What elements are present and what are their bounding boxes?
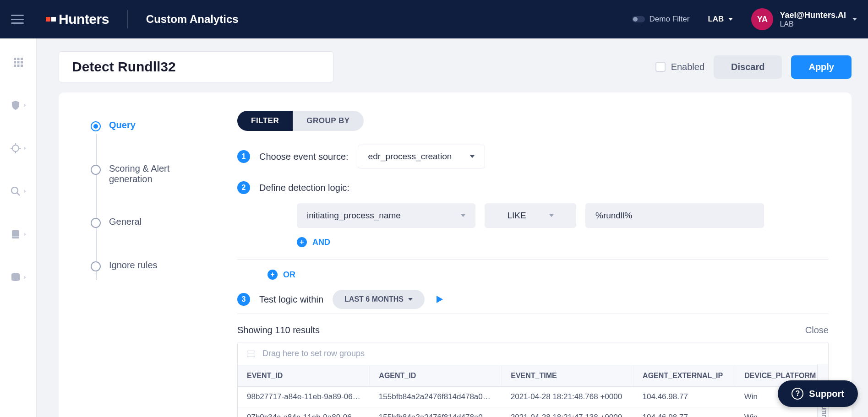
user-name: Yael@Hunters.Ai (780, 11, 846, 20)
cell-agent-id: 155bfb84a2a2476f814d478a00… (370, 387, 502, 407)
step-label: Ignore rules (109, 260, 158, 271)
step-query[interactable]: Query (91, 120, 205, 131)
environment-select[interactable]: LAB (708, 15, 733, 24)
stepper: Query Scoring & Alert generation General… (59, 92, 219, 417)
help-icon: ? (792, 388, 803, 400)
event-source-value: edr_process_creation (368, 152, 452, 162)
add-or-button[interactable]: + OR (267, 270, 829, 280)
user-env: LAB (780, 20, 846, 28)
svg-rect-6 (14, 65, 16, 67)
sidebar-item-book[interactable] (10, 229, 26, 240)
demo-filter-toggle[interactable]: Demo Filter (632, 15, 690, 24)
user-menu[interactable]: YA Yael@Hunters.Ai LAB (751, 8, 857, 30)
apply-button[interactable]: Apply (791, 55, 852, 79)
step-ignore-rules[interactable]: Ignore rules (91, 260, 205, 271)
svg-line-15 (17, 193, 20, 195)
analytic-title-input[interactable]: Detect Rundll32 (59, 51, 333, 82)
or-label: OR (283, 270, 295, 280)
step-connector (96, 134, 97, 280)
section-test-logic: 3 Test logic within LAST 6 MONTHS (237, 290, 829, 309)
sidebar-item-apps[interactable] (13, 57, 24, 68)
column-header[interactable]: EVENT_TIME (502, 365, 633, 387)
svg-rect-17 (12, 236, 19, 237)
column-header[interactable]: EVENT_ID (238, 365, 370, 387)
sidebar-item-shield[interactable] (10, 100, 26, 111)
logic-value-input[interactable]: %rundll% (585, 203, 764, 228)
close-results-button[interactable]: Close (805, 325, 829, 336)
sidebar-item-target[interactable] (10, 143, 26, 154)
sidebar-item-database[interactable] (10, 272, 26, 283)
svg-rect-4 (17, 61, 19, 64)
step-number-badge: 1 (237, 150, 250, 163)
step-scoring[interactable]: Scoring & Alert generation (91, 163, 205, 184)
avatar: YA (751, 8, 773, 30)
tab-filter[interactable]: FILTER (237, 111, 293, 131)
svg-rect-5 (21, 61, 23, 64)
step-general[interactable]: General (91, 217, 205, 228)
cell-event-time: 2021-04-28 18:21:47.138 +0000 (502, 407, 633, 417)
column-header[interactable]: AGENT_EXTERNAL_IP (633, 365, 735, 387)
column-header[interactable]: AGENT_ID (370, 365, 502, 387)
enabled-label: Enabled (671, 62, 704, 72)
hamburger-menu-icon[interactable] (11, 15, 24, 24)
table-row[interactable]: 97b9c34c-a84e-11eb-9a89-069… 155bfb84a2a… (238, 407, 828, 417)
segmented-control: FILTER GROUP BY (237, 111, 364, 131)
logic-value: %rundll% (595, 211, 632, 221)
support-button[interactable]: ? Support (778, 380, 858, 407)
play-button[interactable] (434, 294, 445, 305)
section-label: Test logic within (259, 294, 323, 305)
svg-rect-7 (17, 65, 19, 67)
caret-right-icon (24, 190, 26, 193)
cell-external-ip: 104.46.98.77 (633, 387, 735, 407)
chevron-down-icon (408, 298, 413, 301)
step-label: Query (109, 120, 136, 130)
discard-button[interactable]: Discard (714, 55, 782, 79)
divider (237, 314, 829, 314)
demo-filter-label: Demo Filter (650, 15, 690, 24)
table-row[interactable]: 98b27717-a84e-11eb-9a89-06… 155bfb84a2a2… (238, 387, 828, 407)
svg-rect-2 (21, 58, 23, 60)
add-and-button[interactable]: + AND (297, 237, 829, 247)
logo-mark-1 (46, 17, 50, 22)
query-editor: FILTER GROUP BY 1 Choose event source: e… (219, 92, 852, 417)
logic-field-value: initiating_process_name (307, 211, 401, 221)
section-label: Define detection logic: (259, 183, 349, 193)
enabled-checkbox[interactable]: Enabled (655, 62, 704, 72)
section-detection-logic: 2 Define detection logic: (237, 181, 829, 194)
cell-external-ip: 104.46.98.77 (633, 407, 735, 417)
plus-icon: + (297, 237, 307, 247)
drag-hint-label: Drag here to set row groups (262, 349, 365, 358)
time-range-select[interactable]: LAST 6 MONTHS (333, 290, 425, 309)
row-group-drop-zone[interactable]: Drag here to set row groups (238, 342, 828, 365)
search-icon (10, 186, 21, 197)
page-title: Custom Analytics (146, 13, 239, 26)
svg-rect-8 (21, 65, 23, 67)
event-source-select[interactable]: edr_process_creation (358, 145, 486, 168)
support-label: Support (809, 389, 844, 399)
main: Detect Rundll32 Enabled Discard Apply Qu… (37, 38, 868, 417)
radio-icon (91, 218, 101, 228)
logo[interactable]: Hunters (46, 11, 109, 27)
radio-active-icon (91, 121, 101, 131)
toggle-icon (632, 16, 645, 22)
radio-icon (91, 165, 101, 175)
sidebar (0, 38, 37, 417)
caret-right-icon (24, 103, 26, 107)
svg-rect-3 (14, 61, 16, 64)
shield-icon (10, 100, 21, 111)
sidebar-item-search[interactable] (10, 186, 26, 197)
svg-rect-16 (12, 230, 19, 238)
results-count: Showing 110 results (237, 325, 320, 336)
radio-icon (91, 261, 101, 271)
database-icon (10, 272, 21, 283)
logic-field-select[interactable]: initiating_process_name (297, 203, 475, 228)
svg-rect-0 (14, 58, 16, 60)
logic-operator-select[interactable]: LIKE (485, 203, 576, 228)
cell-agent-id: 155bfb84a2a2476f814d478a00… (370, 407, 502, 417)
step-label: General (109, 217, 142, 227)
logo-mark-2 (51, 17, 56, 22)
tab-groupby[interactable]: GROUP BY (293, 111, 363, 131)
cell-event-time: 2021-04-28 18:21:48.768 +0000 (502, 387, 633, 407)
chevron-down-icon (461, 214, 465, 217)
env-value: LAB (708, 15, 724, 24)
